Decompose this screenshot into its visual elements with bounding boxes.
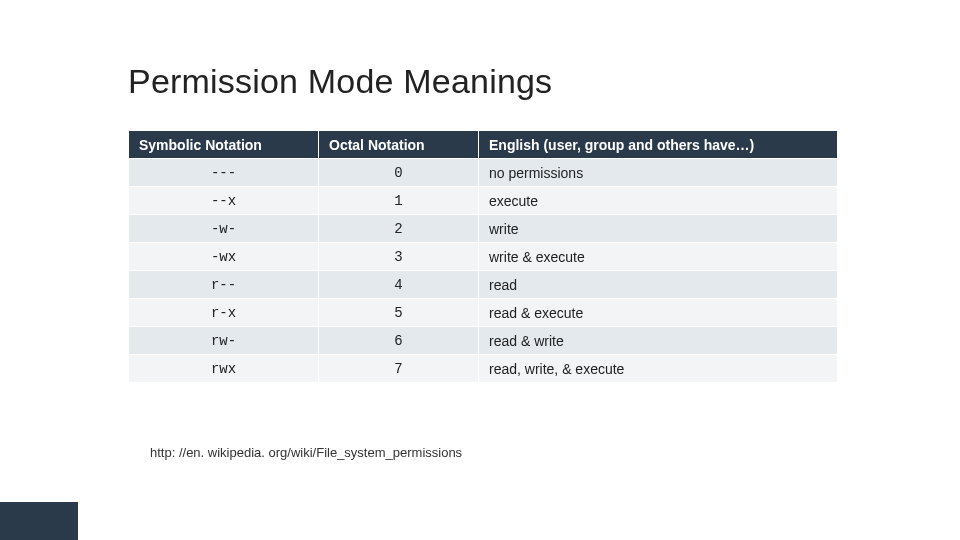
table-row: --x 1 execute: [129, 187, 838, 215]
cell-english: read: [479, 271, 838, 299]
table-row: r-x 5 read & execute: [129, 299, 838, 327]
cell-symbolic: r--: [129, 271, 319, 299]
cell-octal: 2: [319, 215, 479, 243]
cell-octal: 3: [319, 243, 479, 271]
table-header-row: Symbolic Notation Octal Notation English…: [129, 131, 838, 159]
table-row: -wx 3 write & execute: [129, 243, 838, 271]
cell-english: read & write: [479, 327, 838, 355]
header-octal: Octal Notation: [319, 131, 479, 159]
table-row: -w- 2 write: [129, 215, 838, 243]
cell-english: read, write, & execute: [479, 355, 838, 383]
table-row: rw- 6 read & write: [129, 327, 838, 355]
cell-symbolic: --x: [129, 187, 319, 215]
cell-english: write: [479, 215, 838, 243]
cell-symbolic: -wx: [129, 243, 319, 271]
cell-symbolic: r-x: [129, 299, 319, 327]
header-english: English (user, group and others have…): [479, 131, 838, 159]
table-row: r-- 4 read: [129, 271, 838, 299]
cell-english: execute: [479, 187, 838, 215]
table-row: --- 0 no permissions: [129, 159, 838, 187]
cell-symbolic: -w-: [129, 215, 319, 243]
source-footnote: http: //en. wikipedia. org/wiki/File_sys…: [150, 445, 462, 460]
cell-octal: 1: [319, 187, 479, 215]
cell-octal: 5: [319, 299, 479, 327]
cell-english: no permissions: [479, 159, 838, 187]
cell-english: write & execute: [479, 243, 838, 271]
page-title: Permission Mode Meanings: [128, 62, 552, 101]
cell-octal: 4: [319, 271, 479, 299]
cell-octal: 6: [319, 327, 479, 355]
cell-octal: 7: [319, 355, 479, 383]
cell-english: read & execute: [479, 299, 838, 327]
cell-symbolic: rwx: [129, 355, 319, 383]
corner-decoration: [0, 502, 78, 540]
table-row: rwx 7 read, write, & execute: [129, 355, 838, 383]
permissions-table: Symbolic Notation Octal Notation English…: [128, 130, 838, 383]
cell-octal: 0: [319, 159, 479, 187]
cell-symbolic: rw-: [129, 327, 319, 355]
cell-symbolic: ---: [129, 159, 319, 187]
slide: Permission Mode Meanings Symbolic Notati…: [0, 0, 960, 540]
header-symbolic: Symbolic Notation: [129, 131, 319, 159]
